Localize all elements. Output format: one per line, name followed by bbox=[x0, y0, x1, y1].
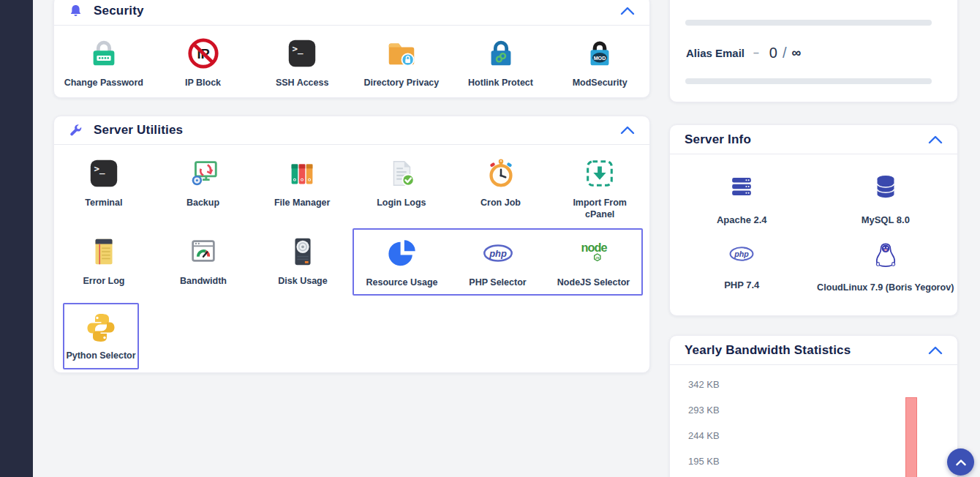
tile-label: Python Selector bbox=[66, 350, 135, 361]
php-icon: php bbox=[481, 236, 515, 271]
progress-bar bbox=[685, 20, 932, 26]
tile-php-selector[interactable]: php PHP Selector bbox=[450, 234, 546, 288]
python-icon bbox=[83, 310, 118, 345]
php-icon: php bbox=[725, 240, 758, 271]
server-info-php: php PHP 7.4 bbox=[670, 240, 814, 293]
tile-bandwidth[interactable]: Bandwidth bbox=[154, 228, 253, 287]
tile-label: NodeJS Selector bbox=[557, 277, 630, 288]
bandwidth-icon bbox=[186, 234, 220, 269]
tile-backup[interactable]: Backup bbox=[154, 156, 253, 209]
tile-change-password[interactable]: Change Password bbox=[54, 36, 154, 89]
tile-label: Resource Usage bbox=[366, 277, 438, 288]
server-info-mysql: MySQL 8.0 bbox=[814, 170, 958, 225]
resource-usage-icon bbox=[385, 236, 419, 271]
cron-job-icon bbox=[484, 156, 518, 191]
server-info-cloudlinux: CloudLinux 7.9 (Boris Yegorov) bbox=[814, 240, 958, 293]
change-password-icon bbox=[87, 36, 121, 71]
tile-cron-job[interactable]: Cron Job bbox=[451, 156, 551, 209]
y-axis-tick: 293 KB bbox=[688, 405, 720, 416]
nodejs-icon: node JS bbox=[577, 236, 611, 271]
selected-items-group: Resource Usage php PHP Selector node JS bbox=[353, 228, 643, 296]
usage-stats-card: Alias Email – 0 / ∞ bbox=[669, 0, 958, 102]
server-info-collapse-button[interactable] bbox=[928, 135, 943, 144]
file-manager-icon bbox=[285, 156, 319, 191]
tile-terminal[interactable]: >_ Terminal bbox=[54, 156, 154, 209]
tile-label: Cron Job bbox=[480, 197, 521, 209]
tile-label: File Manager bbox=[274, 197, 330, 209]
backup-icon bbox=[186, 156, 220, 191]
import-cpanel-icon bbox=[583, 156, 617, 191]
server-info-label: MySQL 8.0 bbox=[862, 214, 910, 225]
ip-block-icon: IP bbox=[186, 36, 220, 71]
tile-nodejs-selector[interactable]: node JS NodeJS Selector bbox=[546, 234, 641, 288]
tile-label: SSH Access bbox=[276, 77, 329, 89]
server-info-title: Server Info bbox=[685, 132, 751, 147]
tile-label: Terminal bbox=[85, 197, 122, 209]
tile-label: Import From cPanel bbox=[559, 197, 640, 221]
server-utilities-section: Server Utilities >_ Terminal bbox=[53, 116, 650, 373]
svg-text:php: php bbox=[734, 249, 749, 258]
tile-login-logs[interactable]: Login Logs bbox=[352, 156, 451, 209]
svg-text:>_: >_ bbox=[94, 163, 105, 175]
alias-email-label: Alias Email bbox=[686, 47, 745, 59]
server-utilities-title: Server Utilities bbox=[94, 123, 183, 138]
y-axis-tick: 244 KB bbox=[688, 430, 720, 441]
svg-text:php: php bbox=[489, 248, 507, 259]
usage-dash: – bbox=[753, 47, 759, 59]
terminal-icon: >_ bbox=[87, 156, 121, 191]
svg-text:MOD: MOD bbox=[594, 56, 606, 61]
svg-text:node: node bbox=[581, 241, 607, 254]
security-collapse-button[interactable] bbox=[620, 7, 635, 15]
tile-label: IP Block bbox=[185, 77, 221, 89]
progress-bar bbox=[685, 78, 932, 84]
tile-import-from-cpanel[interactable]: Import From cPanel bbox=[550, 156, 649, 221]
security-title: Security bbox=[94, 4, 144, 18]
login-logs-icon bbox=[385, 156, 418, 191]
y-axis-tick: 195 KB bbox=[688, 456, 720, 467]
apache-server-icon bbox=[725, 170, 758, 206]
alias-email-usage-row: Alias Email – 0 / ∞ bbox=[670, 43, 957, 62]
sidebar bbox=[0, 0, 33, 477]
linux-tux-icon bbox=[870, 240, 901, 274]
tile-error-log[interactable]: Error Log bbox=[54, 228, 154, 287]
tile-label: Error Log bbox=[83, 275, 125, 287]
tile-ip-block[interactable]: IP IP Block bbox=[154, 36, 253, 89]
hotlink-protect-icon bbox=[484, 36, 518, 71]
bandwidth-collapse-button[interactable] bbox=[928, 346, 943, 355]
tile-modsecurity[interactable]: MOD ModSecurity bbox=[550, 36, 649, 89]
chevron-up-icon bbox=[955, 459, 967, 466]
tile-label: Directory Privacy bbox=[363, 77, 439, 89]
security-header: Security bbox=[54, 0, 649, 26]
server-info-header: Server Info bbox=[670, 125, 957, 154]
server-utilities-collapse-button[interactable] bbox=[620, 126, 635, 135]
bandwidth-title: Yearly Bandwidth Statistics bbox=[685, 343, 851, 358]
bell-icon bbox=[69, 4, 83, 18]
ssh-access-icon: >_ bbox=[285, 36, 319, 71]
y-axis-tick: 342 KB bbox=[688, 379, 720, 390]
bandwidth-header: Yearly Bandwidth Statistics bbox=[670, 336, 957, 365]
tile-file-manager[interactable]: File Manager bbox=[252, 156, 352, 209]
tile-label: Backup bbox=[186, 197, 219, 209]
error-log-icon bbox=[87, 234, 121, 269]
alias-email-used-count: 0 bbox=[769, 45, 777, 61]
scroll-top-button[interactable] bbox=[947, 448, 974, 476]
tile-label: Hotlink Protect bbox=[468, 77, 533, 89]
server-info-label: PHP 7.4 bbox=[724, 279, 759, 290]
wrench-icon bbox=[69, 124, 83, 138]
tile-label: PHP Selector bbox=[469, 277, 526, 288]
bandwidth-bar bbox=[905, 397, 917, 477]
tile-hotlink-protect[interactable]: Hotlink Protect bbox=[451, 36, 551, 89]
tile-resource-usage[interactable]: Resource Usage bbox=[354, 234, 450, 288]
mysql-database-icon bbox=[870, 170, 902, 206]
tile-disk-usage[interactable]: Disk Usage bbox=[253, 228, 353, 287]
tile-label: Bandwidth bbox=[180, 275, 227, 287]
tile-directory-privacy[interactable]: Directory Privacy bbox=[352, 36, 451, 89]
tile-label: ModSecurity bbox=[573, 77, 627, 89]
modsecurity-icon: MOD bbox=[583, 36, 617, 71]
tile-label: Login Logs bbox=[377, 197, 426, 209]
tile-ssh-access[interactable]: >_ SSH Access bbox=[252, 36, 352, 89]
tile-label: Disk Usage bbox=[278, 275, 327, 287]
tile-label: Change Password bbox=[64, 77, 143, 89]
tile-python-selector[interactable]: Python Selector bbox=[63, 303, 139, 369]
security-section: Security Change Password IP bbox=[53, 0, 650, 98]
